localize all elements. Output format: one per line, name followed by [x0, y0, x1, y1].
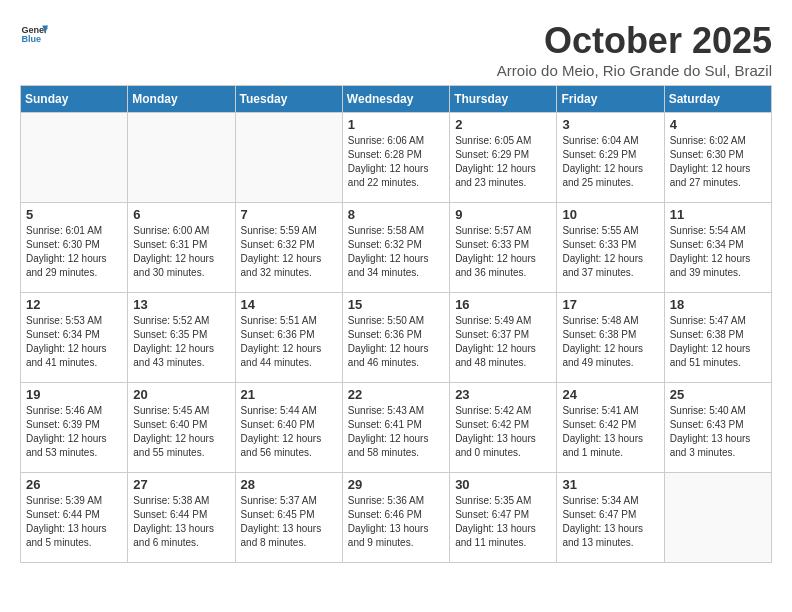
day-info: Sunrise: 5:46 AM Sunset: 6:39 PM Dayligh… — [26, 404, 122, 460]
calendar-cell: 2Sunrise: 6:05 AM Sunset: 6:29 PM Daylig… — [450, 113, 557, 203]
day-info: Sunrise: 5:58 AM Sunset: 6:32 PM Dayligh… — [348, 224, 444, 280]
day-number: 26 — [26, 477, 122, 492]
day-number: 4 — [670, 117, 766, 132]
weekday-header: Monday — [128, 86, 235, 113]
calendar-table: SundayMondayTuesdayWednesdayThursdayFrid… — [20, 85, 772, 563]
calendar-cell: 6Sunrise: 6:00 AM Sunset: 6:31 PM Daylig… — [128, 203, 235, 293]
day-info: Sunrise: 6:06 AM Sunset: 6:28 PM Dayligh… — [348, 134, 444, 190]
calendar-cell: 14Sunrise: 5:51 AM Sunset: 6:36 PM Dayli… — [235, 293, 342, 383]
day-info: Sunrise: 6:02 AM Sunset: 6:30 PM Dayligh… — [670, 134, 766, 190]
day-number: 8 — [348, 207, 444, 222]
logo: General Blue — [20, 20, 48, 48]
calendar-cell: 16Sunrise: 5:49 AM Sunset: 6:37 PM Dayli… — [450, 293, 557, 383]
calendar-cell: 18Sunrise: 5:47 AM Sunset: 6:38 PM Dayli… — [664, 293, 771, 383]
weekday-header: Sunday — [21, 86, 128, 113]
day-info: Sunrise: 5:57 AM Sunset: 6:33 PM Dayligh… — [455, 224, 551, 280]
day-info: Sunrise: 5:47 AM Sunset: 6:38 PM Dayligh… — [670, 314, 766, 370]
day-number: 18 — [670, 297, 766, 312]
calendar-body: 1Sunrise: 6:06 AM Sunset: 6:28 PM Daylig… — [21, 113, 772, 563]
day-info: Sunrise: 5:51 AM Sunset: 6:36 PM Dayligh… — [241, 314, 337, 370]
day-info: Sunrise: 5:42 AM Sunset: 6:42 PM Dayligh… — [455, 404, 551, 460]
day-number: 17 — [562, 297, 658, 312]
calendar-cell: 15Sunrise: 5:50 AM Sunset: 6:36 PM Dayli… — [342, 293, 449, 383]
calendar-cell: 10Sunrise: 5:55 AM Sunset: 6:33 PM Dayli… — [557, 203, 664, 293]
day-number: 13 — [133, 297, 229, 312]
day-number: 1 — [348, 117, 444, 132]
logo-icon: General Blue — [20, 20, 48, 48]
calendar-cell — [235, 113, 342, 203]
calendar-week-row: 5Sunrise: 6:01 AM Sunset: 6:30 PM Daylig… — [21, 203, 772, 293]
weekday-header: Thursday — [450, 86, 557, 113]
day-info: Sunrise: 5:43 AM Sunset: 6:41 PM Dayligh… — [348, 404, 444, 460]
day-info: Sunrise: 5:48 AM Sunset: 6:38 PM Dayligh… — [562, 314, 658, 370]
calendar-cell: 11Sunrise: 5:54 AM Sunset: 6:34 PM Dayli… — [664, 203, 771, 293]
day-info: Sunrise: 5:45 AM Sunset: 6:40 PM Dayligh… — [133, 404, 229, 460]
day-info: Sunrise: 5:50 AM Sunset: 6:36 PM Dayligh… — [348, 314, 444, 370]
day-number: 22 — [348, 387, 444, 402]
calendar-cell: 9Sunrise: 5:57 AM Sunset: 6:33 PM Daylig… — [450, 203, 557, 293]
day-number: 16 — [455, 297, 551, 312]
day-number: 31 — [562, 477, 658, 492]
month-title: October 2025 — [497, 20, 772, 62]
calendar-cell — [128, 113, 235, 203]
calendar-cell: 23Sunrise: 5:42 AM Sunset: 6:42 PM Dayli… — [450, 383, 557, 473]
calendar-cell — [21, 113, 128, 203]
day-number: 21 — [241, 387, 337, 402]
day-number: 29 — [348, 477, 444, 492]
calendar-cell: 31Sunrise: 5:34 AM Sunset: 6:47 PM Dayli… — [557, 473, 664, 563]
calendar-cell: 25Sunrise: 5:40 AM Sunset: 6:43 PM Dayli… — [664, 383, 771, 473]
day-info: Sunrise: 5:54 AM Sunset: 6:34 PM Dayligh… — [670, 224, 766, 280]
day-info: Sunrise: 5:34 AM Sunset: 6:47 PM Dayligh… — [562, 494, 658, 550]
day-info: Sunrise: 5:55 AM Sunset: 6:33 PM Dayligh… — [562, 224, 658, 280]
calendar-cell: 21Sunrise: 5:44 AM Sunset: 6:40 PM Dayli… — [235, 383, 342, 473]
calendar-cell: 1Sunrise: 6:06 AM Sunset: 6:28 PM Daylig… — [342, 113, 449, 203]
day-info: Sunrise: 5:37 AM Sunset: 6:45 PM Dayligh… — [241, 494, 337, 550]
calendar-cell: 29Sunrise: 5:36 AM Sunset: 6:46 PM Dayli… — [342, 473, 449, 563]
day-number: 10 — [562, 207, 658, 222]
title-area: October 2025 Arroio do Meio, Rio Grande … — [497, 20, 772, 79]
calendar-cell: 5Sunrise: 6:01 AM Sunset: 6:30 PM Daylig… — [21, 203, 128, 293]
calendar-cell: 22Sunrise: 5:43 AM Sunset: 6:41 PM Dayli… — [342, 383, 449, 473]
calendar-cell: 20Sunrise: 5:45 AM Sunset: 6:40 PM Dayli… — [128, 383, 235, 473]
day-info: Sunrise: 5:41 AM Sunset: 6:42 PM Dayligh… — [562, 404, 658, 460]
calendar-cell — [664, 473, 771, 563]
day-info: Sunrise: 6:05 AM Sunset: 6:29 PM Dayligh… — [455, 134, 551, 190]
calendar-cell: 27Sunrise: 5:38 AM Sunset: 6:44 PM Dayli… — [128, 473, 235, 563]
day-number: 12 — [26, 297, 122, 312]
day-number: 19 — [26, 387, 122, 402]
day-number: 5 — [26, 207, 122, 222]
calendar-cell: 7Sunrise: 5:59 AM Sunset: 6:32 PM Daylig… — [235, 203, 342, 293]
calendar-header: SundayMondayTuesdayWednesdayThursdayFrid… — [21, 86, 772, 113]
calendar-cell: 28Sunrise: 5:37 AM Sunset: 6:45 PM Dayli… — [235, 473, 342, 563]
day-number: 24 — [562, 387, 658, 402]
day-number: 11 — [670, 207, 766, 222]
calendar-cell: 17Sunrise: 5:48 AM Sunset: 6:38 PM Dayli… — [557, 293, 664, 383]
header: General Blue October 2025 Arroio do Meio… — [20, 20, 772, 79]
day-info: Sunrise: 5:44 AM Sunset: 6:40 PM Dayligh… — [241, 404, 337, 460]
weekday-header: Saturday — [664, 86, 771, 113]
calendar-week-row: 19Sunrise: 5:46 AM Sunset: 6:39 PM Dayli… — [21, 383, 772, 473]
calendar-cell: 13Sunrise: 5:52 AM Sunset: 6:35 PM Dayli… — [128, 293, 235, 383]
calendar-week-row: 12Sunrise: 5:53 AM Sunset: 6:34 PM Dayli… — [21, 293, 772, 383]
day-number: 6 — [133, 207, 229, 222]
weekday-header: Tuesday — [235, 86, 342, 113]
day-number: 28 — [241, 477, 337, 492]
calendar-cell: 30Sunrise: 5:35 AM Sunset: 6:47 PM Dayli… — [450, 473, 557, 563]
day-number: 7 — [241, 207, 337, 222]
day-number: 20 — [133, 387, 229, 402]
calendar-cell: 3Sunrise: 6:04 AM Sunset: 6:29 PM Daylig… — [557, 113, 664, 203]
day-number: 3 — [562, 117, 658, 132]
calendar-cell: 24Sunrise: 5:41 AM Sunset: 6:42 PM Dayli… — [557, 383, 664, 473]
day-info: Sunrise: 5:52 AM Sunset: 6:35 PM Dayligh… — [133, 314, 229, 370]
day-info: Sunrise: 6:04 AM Sunset: 6:29 PM Dayligh… — [562, 134, 658, 190]
calendar-cell: 26Sunrise: 5:39 AM Sunset: 6:44 PM Dayli… — [21, 473, 128, 563]
day-info: Sunrise: 5:39 AM Sunset: 6:44 PM Dayligh… — [26, 494, 122, 550]
day-number: 25 — [670, 387, 766, 402]
day-number: 27 — [133, 477, 229, 492]
day-info: Sunrise: 5:35 AM Sunset: 6:47 PM Dayligh… — [455, 494, 551, 550]
day-number: 15 — [348, 297, 444, 312]
day-number: 14 — [241, 297, 337, 312]
day-number: 23 — [455, 387, 551, 402]
calendar-week-row: 26Sunrise: 5:39 AM Sunset: 6:44 PM Dayli… — [21, 473, 772, 563]
day-info: Sunrise: 5:59 AM Sunset: 6:32 PM Dayligh… — [241, 224, 337, 280]
